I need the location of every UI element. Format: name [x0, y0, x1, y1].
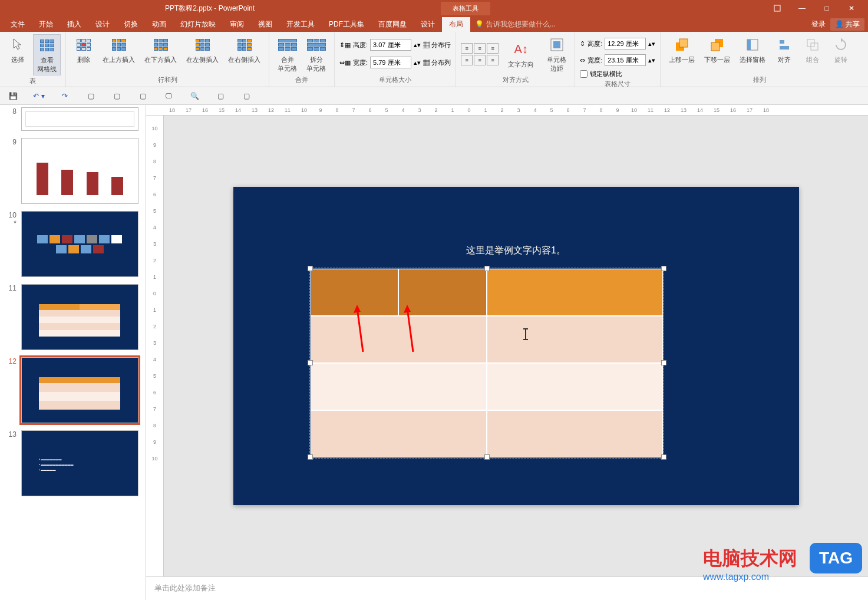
qat-btn-5[interactable]: ▢: [111, 90, 123, 102]
align-tl[interactable]: ≡: [461, 43, 473, 54]
menu-animations[interactable]: 动画: [145, 17, 173, 32]
tell-me-search[interactable]: 💡 告诉我您想要做什么...: [475, 19, 556, 29]
minimize-button[interactable]: —: [790, 0, 814, 17]
slide-thumb-12[interactable]: 12: [0, 354, 146, 427]
menu-slideshow[interactable]: 幻灯片放映: [173, 17, 223, 32]
menu-baidu[interactable]: 百度网盘: [371, 17, 414, 32]
maximize-button[interactable]: □: [815, 0, 839, 17]
bring-forward-button[interactable]: 上移一层: [665, 34, 698, 65]
table-cell[interactable]: [311, 363, 487, 410]
slide-panel[interactable]: 8 9 10* 11 12 13• ▬▬▬▬▬▬▬• ▬▬▬▬▬▬▬▬▬▬▬• …: [0, 105, 146, 600]
select-button[interactable]: 选择: [5, 34, 31, 65]
align-mr[interactable]: ≡: [487, 55, 499, 65]
login-link[interactable]: 登录: [811, 19, 826, 29]
qat-btn-10[interactable]: ▢: [240, 90, 252, 102]
cell-margins-button[interactable]: 单元格 边距: [543, 34, 570, 74]
menubar: 文件 开始 插入 设计 切换 动画 幻灯片放映 审阅 视图 开发工具 PDF工具…: [0, 17, 868, 32]
menu-design[interactable]: 设计: [88, 17, 117, 32]
group-button[interactable]: 组合: [800, 34, 826, 65]
table-header-cell[interactable]: [487, 269, 663, 316]
slide-thumb-8[interactable]: 8: [0, 107, 146, 134]
table-cell[interactable]: [487, 363, 663, 410]
split-cells-button[interactable]: 拆分 单元格: [303, 34, 329, 74]
table-header-cell[interactable]: [311, 269, 399, 316]
insert-right-button[interactable]: 在右侧插入: [225, 34, 264, 65]
rotate-button[interactable]: 旋转: [828, 34, 854, 65]
menu-pdf[interactable]: PDF工具集: [322, 17, 371, 32]
align-icon: [775, 35, 794, 54]
cell-height-input[interactable]: [370, 39, 411, 51]
slide-canvas[interactable]: 这里是举例文字内容1。: [164, 116, 868, 576]
menu-file[interactable]: 文件: [4, 17, 32, 32]
view-gridlines-button[interactable]: 查看 网格线: [33, 34, 61, 75]
svg-rect-0: [774, 5, 780, 11]
slide-12[interactable]: 这里是举例文字内容1。: [233, 187, 799, 505]
table-cell[interactable]: [487, 316, 663, 363]
menu-table-layout[interactable]: 布局: [442, 17, 470, 32]
share-button[interactable]: 👤 共享: [830, 18, 864, 31]
distribute-rows-button[interactable]: ▦ 分布行: [423, 41, 451, 50]
align-button[interactable]: 对齐: [771, 34, 797, 65]
slide-title[interactable]: 这里是举例文字内容1。: [233, 245, 799, 257]
cell-width-input[interactable]: [370, 57, 411, 68]
redo-button[interactable]: ↷: [59, 90, 71, 102]
qat-btn-4[interactable]: ▢: [85, 90, 97, 102]
merge-cells-button[interactable]: 合并 单元格: [274, 34, 301, 74]
table-header-cell[interactable]: [398, 269, 487, 316]
qat-btn-6[interactable]: ▢: [137, 90, 148, 102]
insert-above-button[interactable]: 在上方插入: [99, 34, 138, 65]
qat-btn-7[interactable]: 🖵: [163, 90, 174, 102]
menu-home[interactable]: 开始: [32, 17, 60, 32]
row-height-icon: ⇕▦: [339, 41, 351, 49]
save-button[interactable]: 💾: [7, 90, 19, 102]
notes-pane[interactable]: 单击此处添加备注: [146, 576, 868, 600]
ribbon-display-options[interactable]: [765, 0, 789, 17]
table-cell[interactable]: [311, 316, 487, 363]
selection-handle[interactable]: [308, 454, 313, 460]
align-tr[interactable]: ≡: [487, 43, 499, 54]
qat-btn-9[interactable]: ▢: [214, 90, 226, 102]
align-tc[interactable]: ≡: [474, 43, 486, 54]
menu-review[interactable]: 审阅: [223, 17, 251, 32]
undo-button[interactable]: ↶ ▾: [33, 90, 45, 102]
horizontal-ruler[interactable]: 1817161514131211109876543210123456789101…: [146, 105, 868, 116]
distribute-cols-button[interactable]: ▦ 分布列: [423, 58, 451, 67]
slide-table[interactable]: [310, 268, 664, 458]
selection-handle[interactable]: [661, 360, 666, 365]
qat-btn-8[interactable]: 🔍: [189, 90, 200, 102]
delete-button[interactable]: 删除: [71, 34, 97, 65]
close-button[interactable]: ✕: [840, 0, 863, 17]
menu-table-design[interactable]: 设计: [414, 17, 442, 32]
vertical-ruler[interactable]: 10987654321012345678910: [146, 116, 164, 576]
svg-rect-8: [747, 39, 751, 50]
table-cell[interactable]: [487, 410, 663, 457]
insert-right-icon: [235, 35, 254, 54]
alignment-grid: ≡≡≡ ≡≡≡: [461, 43, 499, 65]
slide-thumb-10[interactable]: 10*: [0, 207, 146, 281]
selection-pane-button[interactable]: 选择窗格: [736, 34, 769, 65]
selection-handle[interactable]: [308, 360, 313, 365]
insert-below-button[interactable]: 在下方插入: [141, 34, 180, 65]
selection-handle[interactable]: [661, 454, 666, 460]
slide-thumb-13[interactable]: 13• ▬▬▬▬▬▬▬• ▬▬▬▬▬▬▬▬▬▬▬• ▬▬▬▬▬: [0, 427, 146, 500]
menu-insert[interactable]: 插入: [60, 17, 88, 32]
selection-handle[interactable]: [484, 266, 490, 271]
merge-icon: [278, 35, 297, 54]
menu-developer[interactable]: 开发工具: [279, 17, 322, 32]
slide-thumb-9[interactable]: 9: [0, 134, 146, 207]
selection-handle[interactable]: [661, 266, 666, 271]
table-cell[interactable]: [311, 410, 487, 457]
lock-ratio-checkbox[interactable]: [580, 70, 588, 78]
menu-view[interactable]: 视图: [251, 17, 279, 32]
align-ml[interactable]: ≡: [461, 55, 473, 65]
insert-left-button[interactable]: 在左侧插入: [183, 34, 222, 65]
selection-handle[interactable]: [308, 266, 313, 271]
menu-transitions[interactable]: 切换: [117, 17, 145, 32]
table-height-input[interactable]: [605, 38, 646, 50]
selection-handle[interactable]: [484, 454, 490, 460]
align-mc[interactable]: ≡: [474, 55, 486, 65]
table-width-input[interactable]: [605, 54, 646, 66]
slide-thumb-11[interactable]: 11: [0, 281, 146, 354]
text-direction-button[interactable]: A↕ 文字方向: [504, 39, 537, 70]
send-backward-button[interactable]: 下移一层: [701, 34, 734, 65]
